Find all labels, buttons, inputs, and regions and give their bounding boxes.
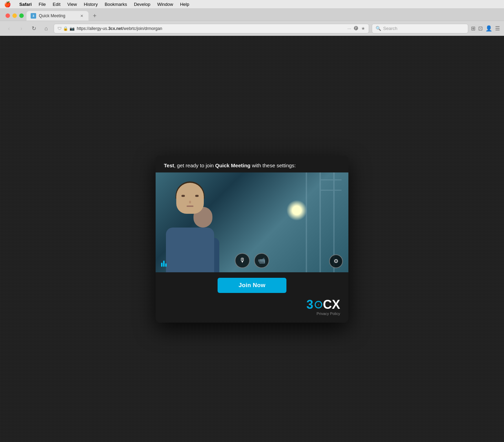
maximize-button[interactable] xyxy=(19,13,24,18)
menu-edit[interactable]: Edit xyxy=(53,2,60,7)
menu-help[interactable]: Help xyxy=(180,2,189,7)
menu-bar: 🍎 Safari File Edit View History Bookmark… xyxy=(0,0,504,8)
video-preview: 🎙 📹 ⚙ xyxy=(156,172,348,272)
apple-menu[interactable]: 🍎 xyxy=(4,1,11,8)
pocket-icon[interactable]: 🅟 xyxy=(354,26,358,31)
settings-button[interactable]: ⚙ xyxy=(329,254,343,268)
meeting-header: Test, get ready to join Quick Meeting wi… xyxy=(156,156,348,172)
menu-window[interactable]: Window xyxy=(157,2,173,7)
new-tab-button[interactable]: + xyxy=(90,11,99,21)
username-text: Test xyxy=(164,162,174,168)
meeting-name-text: Quick Meeting xyxy=(215,162,251,168)
header-text-after: with these settings: xyxy=(251,162,296,168)
tab-close-button[interactable]: ✕ xyxy=(79,13,84,19)
menu-view[interactable]: View xyxy=(67,2,77,7)
home-button[interactable]: ⌂ xyxy=(41,24,51,33)
address-actions: ··· 🅟 ★ xyxy=(347,26,365,31)
more-icon[interactable]: ··· xyxy=(347,26,351,31)
person-head xyxy=(176,183,204,214)
address-bar[interactable]: 🛡 🔒 📷 https://allergy-us.3cx.net/webrtc/… xyxy=(54,24,369,33)
close-button[interactable] xyxy=(6,13,10,18)
menu-develop[interactable]: Develop xyxy=(134,2,150,7)
url-prefix: https://allergy-us. xyxy=(77,26,108,31)
3cx-logo: 3 › CX xyxy=(306,298,340,311)
menu-history[interactable]: History xyxy=(84,2,97,7)
join-now-button[interactable]: Join Now xyxy=(218,278,286,293)
back-button[interactable]: ‹ xyxy=(4,24,14,33)
menu-file[interactable]: File xyxy=(39,2,46,7)
nav-right-icons: ⊞ ⊡ 👤 ☰ xyxy=(471,25,500,32)
profile-icon[interactable]: 👤 xyxy=(485,25,492,32)
logo-cx-text: CX xyxy=(323,298,340,311)
nav-bar: ‹ › ↻ ⌂ 🛡 🔒 📷 https://allergy-us.3cx.net… xyxy=(0,21,504,36)
active-tab[interactable]: 3 Quick Meeting ✕ xyxy=(27,11,88,21)
privacy-policy-link[interactable]: Privacy Policy xyxy=(317,312,340,316)
join-section: Join Now xyxy=(156,272,348,296)
microphone-icon: 🎙 xyxy=(239,257,245,264)
minimize-button[interactable] xyxy=(12,13,17,18)
menu-bookmarks[interactable]: Bookmarks xyxy=(105,2,127,7)
header-text-middle: , get ready to join xyxy=(174,162,215,168)
camera-indicator-icon: 📷 xyxy=(70,26,75,31)
star-icon[interactable]: ★ xyxy=(361,26,365,31)
tab-bar: 3 Quick Meeting ✕ + xyxy=(0,8,504,21)
microphone-button[interactable]: 🎙 xyxy=(235,253,250,268)
address-url: https://allergy-us.3cx.net/webrtc/join/d… xyxy=(77,26,345,31)
menu-icon[interactable]: ☰ xyxy=(495,25,500,32)
tab-favicon: 3 xyxy=(31,13,36,19)
camera-icon: 📹 xyxy=(258,257,265,264)
tabs-icon[interactable]: ⊡ xyxy=(478,25,483,32)
video-controls: 🎙 📹 xyxy=(156,253,348,268)
branding-section: 3 › CX Privacy Policy xyxy=(156,296,348,323)
search-icon: 🔍 xyxy=(376,26,381,31)
camera-button[interactable]: 📹 xyxy=(254,253,269,268)
browser-chrome: 3 Quick Meeting ✕ + ‹ › ↻ ⌂ 🛡 🔒 📷 https:… xyxy=(0,8,504,36)
logo-arrow-icon: › xyxy=(315,301,322,308)
url-domain: 3cx.net xyxy=(108,26,122,31)
tab-label: Quick Meeting xyxy=(39,13,76,18)
menu-safari[interactable]: Safari xyxy=(19,2,32,7)
address-security-icons: 🛡 🔒 📷 xyxy=(57,26,75,31)
url-suffix: /webrtc/join/drmorgan xyxy=(123,26,162,31)
settings-icon: ⚙ xyxy=(334,258,338,264)
reload-button[interactable]: ↻ xyxy=(29,24,39,33)
search-placeholder: Search xyxy=(383,26,397,31)
lock-icon: 🔒 xyxy=(63,26,68,31)
shield-icon: 🛡 xyxy=(57,26,62,31)
logo-3-text: 3 xyxy=(306,298,313,311)
window-controls xyxy=(3,13,27,18)
forward-button[interactable]: › xyxy=(17,24,26,33)
browser-content: Test, get ready to join Quick Meeting wi… xyxy=(0,36,504,442)
search-bar[interactable]: 🔍 Search xyxy=(372,24,468,33)
tab-spacer: 3 Quick Meeting ✕ + xyxy=(27,11,501,21)
sidebar-icon[interactable]: ⊞ xyxy=(471,25,475,32)
meeting-dialog: Test, get ready to join Quick Meeting wi… xyxy=(156,156,348,323)
